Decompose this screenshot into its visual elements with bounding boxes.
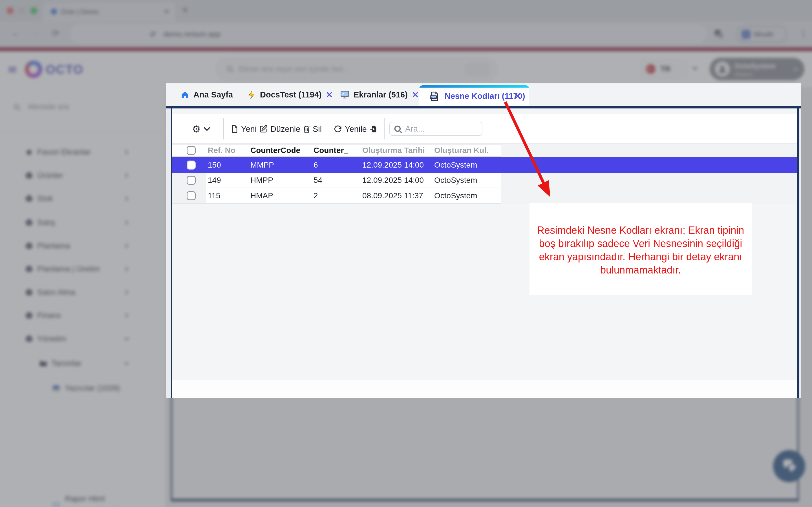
divider: [223, 118, 224, 139]
table-row-selected[interactable]: 150 MMPP 6 12.09.2025 14:00 OctoSystem: [172, 157, 797, 173]
select-all-checkbox[interactable]: [187, 146, 196, 155]
search-icon: [393, 124, 403, 134]
active-tab-accent: [419, 86, 529, 88]
divider: [384, 118, 385, 139]
svg-text:101001: 101001: [431, 96, 438, 99]
divider: [326, 118, 326, 139]
binary-file-icon: 101001: [429, 91, 440, 102]
table-row[interactable]: 115 HMAP 2 08.09.2025 11:37 OctoSystem: [172, 188, 501, 204]
delete-button[interactable]: Sil: [313, 124, 322, 133]
annotation-note: Resimdeki Nesne Kodları ekranı; Ekran ti…: [529, 203, 752, 295]
lightning-icon: [248, 91, 256, 99]
panel-lower-strip: [172, 380, 797, 398]
workspace-tab-strip: Ana Sayfa DocsTest (1194) Ekranlar (516)…: [166, 83, 801, 106]
column-header-olusturma-tarihi[interactable]: Oluşturma Tarihi: [362, 146, 425, 155]
import-export-icon[interactable]: [369, 125, 378, 133]
column-header-ref-no[interactable]: Ref. No: [208, 146, 236, 155]
close-icon[interactable]: [326, 91, 333, 98]
tab-nesne-kodlari[interactable]: 101001 Nesne Kodları (1170): [419, 86, 529, 106]
dim-overlay-right: [801, 83, 812, 398]
trash-icon[interactable]: [303, 125, 311, 133]
edit-icon[interactable]: [259, 124, 268, 133]
table-search-input[interactable]: [405, 123, 478, 134]
dim-overlay-left: [0, 83, 166, 398]
table-empty-area: [501, 144, 797, 204]
column-header-olusturan-kul[interactable]: Oluşturan Kul.: [434, 146, 489, 155]
toolbar: ⚙ Yeni Düzenle Sil Yenile: [172, 114, 797, 144]
row-checkbox[interactable]: [187, 191, 196, 200]
table-header: Ref. No CounterCode Counter_ Oluşturma T…: [172, 144, 501, 157]
home-icon: [181, 90, 190, 99]
refresh-icon[interactable]: [334, 125, 342, 133]
row-checkbox[interactable]: [187, 161, 196, 170]
row-checkbox[interactable]: [187, 176, 196, 185]
tab-ekranlar[interactable]: Ekranlar (516): [340, 83, 419, 106]
settings-gear-icon[interactable]: ⚙: [192, 123, 200, 135]
column-header-countercode[interactable]: CounterCode: [250, 146, 300, 155]
new-button[interactable]: Yeni: [241, 124, 257, 133]
monitor-icon: [340, 90, 350, 100]
dim-overlay-bottom: [0, 398, 812, 507]
chevron-down-icon[interactable]: [203, 125, 211, 133]
panel-top-border: [166, 106, 801, 108]
close-icon[interactable]: [514, 93, 521, 100]
tab-docstest[interactable]: DocsTest (1194): [248, 83, 333, 106]
table-search: [389, 122, 483, 136]
refresh-button[interactable]: Yenile: [345, 124, 367, 133]
edit-button[interactable]: Düzenle: [270, 124, 300, 133]
column-header-counter[interactable]: Counter_: [313, 146, 348, 155]
dim-overlay-top: [0, 0, 812, 83]
tab-ana-sayfa[interactable]: Ana Sayfa: [181, 83, 233, 106]
new-document-icon[interactable]: [231, 125, 239, 133]
table-row[interactable]: 149 HMPP 54 12.09.2025 14:00 OctoSystem: [172, 173, 501, 188]
close-icon[interactable]: [412, 91, 419, 98]
